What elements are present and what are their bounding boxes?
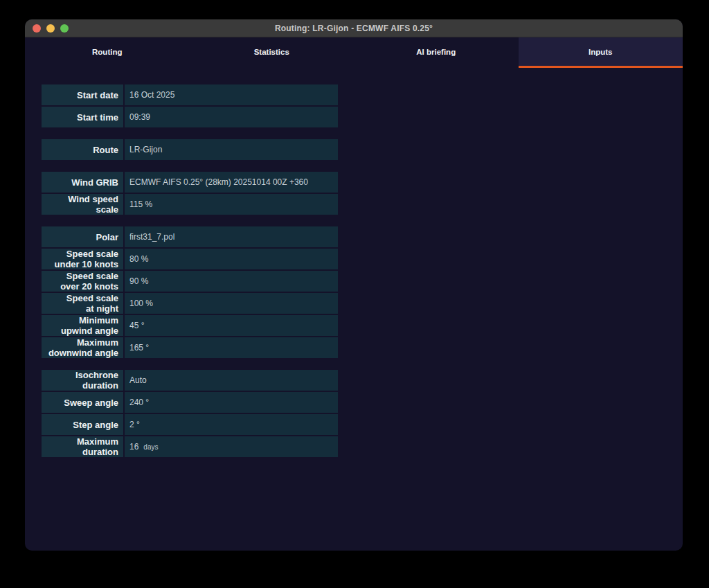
field-label: Speed scale under 10 knots	[42, 249, 123, 269]
field-label: Start time	[42, 107, 123, 127]
form-row-isochrone-duration: Isochrone durationAuto	[42, 370, 338, 391]
inputs-panel: Start date16 Oct 2025Start time09:39Rout…	[25, 68, 683, 457]
zoom-window-button[interactable]	[60, 24, 69, 33]
field-label: Isochrone duration	[42, 370, 123, 391]
field-unit: days	[143, 443, 158, 451]
tab-inputs[interactable]: Inputs	[519, 37, 683, 68]
field-value[interactable]: LR-Gijon	[125, 139, 338, 160]
field-value[interactable]: 16days	[125, 436, 338, 457]
field-value[interactable]: 16 Oct 2025	[125, 84, 338, 105]
field-value-text: 80 %	[129, 254, 148, 264]
form-row-speed-scale-under-10-knots: Speed scale under 10 knots80 %	[42, 249, 338, 269]
field-label: Maximum downwind angle	[42, 337, 123, 358]
app-window: Routing: LR-Gijon - ECMWF AIFS 0.25° Rou…	[25, 19, 683, 551]
field-label: Route	[42, 139, 123, 160]
window-title: Routing: LR-Gijon - ECMWF AIFS 0.25°	[25, 24, 683, 33]
form-row-step-angle: Step angle2 °	[42, 414, 338, 435]
field-label: Start date	[42, 84, 123, 105]
field-value-text: 115 %	[129, 199, 152, 209]
field-group-isochrone: Isochrone durationAutoSweep angle240 °St…	[42, 370, 338, 457]
field-label: Wind GRIB	[42, 172, 123, 193]
form-row-speed-scale-over-20-knots: Speed scale over 20 knots90 %	[42, 271, 338, 292]
field-value[interactable]: 165 °	[125, 337, 338, 358]
form-row-wind-grib: Wind GRIBECMWF AIFS 0.25° (28km) 2025101…	[42, 172, 338, 193]
field-label: Speed scale at night	[42, 293, 123, 314]
field-value[interactable]: first31_7.pol	[125, 226, 338, 247]
field-value-text: 2 °	[129, 420, 140, 429]
form-row-start-date: Start date16 Oct 2025	[42, 84, 338, 105]
field-label: Sweep angle	[42, 392, 123, 413]
field-value[interactable]: 09:39	[125, 107, 338, 127]
field-value-text: 100 %	[129, 299, 153, 308]
field-group-wind: Wind GRIBECMWF AIFS 0.25° (28km) 2025101…	[42, 172, 338, 215]
field-value[interactable]: 90 %	[125, 271, 338, 292]
field-value[interactable]: 240 °	[125, 392, 338, 413]
field-value-text: ECMWF AIFS 0.25° (28km) 20251014 00Z +36…	[129, 177, 308, 187]
field-value-text: LR-Gijon	[129, 145, 162, 154]
field-label: Minimum upwind angle	[42, 315, 123, 336]
form-row-speed-scale-at-night: Speed scale at night100 %	[42, 293, 338, 314]
window-controls	[25, 24, 69, 33]
field-label: Speed scale over 20 knots	[42, 271, 123, 292]
field-value[interactable]: 2 °	[125, 414, 338, 435]
field-value[interactable]: ECMWF AIFS 0.25° (28km) 20251014 00Z +36…	[125, 172, 338, 193]
field-value[interactable]: 45 °	[125, 315, 338, 336]
field-value[interactable]: Auto	[125, 370, 338, 391]
field-value-text: 16	[129, 442, 138, 452]
field-group-start: Start date16 Oct 2025Start time09:39	[42, 84, 338, 127]
form-row-minimum-upwind-angle: Minimum upwind angle45 °	[42, 315, 338, 336]
form-row-route: RouteLR-Gijon	[42, 139, 338, 160]
tab-ai-briefing[interactable]: AI briefing	[354, 37, 519, 68]
field-label: Wind speed scale	[42, 194, 123, 215]
field-value[interactable]: 80 %	[125, 249, 338, 269]
desktop-background: Routing: LR-Gijon - ECMWF AIFS 0.25° Rou…	[0, 0, 709, 588]
field-value-text: first31_7.pol	[129, 232, 174, 242]
field-value-text: 09:39	[129, 112, 150, 122]
minimize-window-button[interactable]	[46, 24, 55, 33]
field-value[interactable]: 100 %	[125, 293, 338, 314]
field-value-text: 45 °	[129, 321, 144, 330]
field-label: Maximum duration	[42, 436, 123, 457]
field-label: Polar	[42, 226, 123, 247]
form-row-wind-speed-scale: Wind speed scale115 %	[42, 194, 338, 215]
form-row-start-time: Start time09:39	[42, 107, 338, 127]
field-value-text: 90 %	[129, 276, 148, 286]
field-value[interactable]: 115 %	[125, 194, 338, 215]
field-value-text: 165 °	[129, 343, 149, 353]
field-value-text: 240 °	[129, 398, 149, 407]
field-value-text: 16 Oct 2025	[129, 90, 174, 100]
field-label: Step angle	[42, 414, 123, 435]
field-group-route: RouteLR-Gijon	[42, 139, 338, 160]
window-titlebar[interactable]: Routing: LR-Gijon - ECMWF AIFS 0.25°	[25, 19, 683, 37]
field-group-polar: Polarfirst31_7.polSpeed scale under 10 k…	[42, 226, 338, 358]
tab-statistics[interactable]: Statistics	[190, 37, 354, 68]
close-window-button[interactable]	[33, 24, 41, 33]
field-value-text: Auto	[129, 375, 147, 385]
form-row-sweep-angle: Sweep angle240 °	[42, 392, 338, 413]
form-row-maximum-downwind-angle: Maximum downwind angle165 °	[42, 337, 338, 358]
tab-routing[interactable]: Routing	[25, 37, 190, 68]
tab-bar: RoutingStatisticsAI briefingInputs	[25, 37, 683, 68]
form-row-maximum-duration: Maximum duration16days	[42, 436, 338, 457]
form-row-polar: Polarfirst31_7.pol	[42, 226, 338, 247]
